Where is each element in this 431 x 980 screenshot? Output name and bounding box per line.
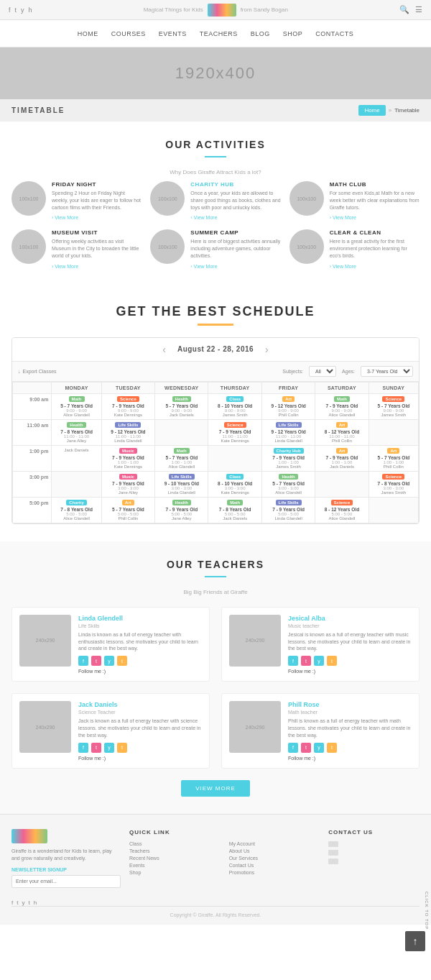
- breadcrumb-home[interactable]: Home: [358, 105, 385, 116]
- table-cell[interactable]: Math5 - 7 Years Old1:00 - 1:00Alice Glan…: [155, 445, 208, 471]
- fb-icon[interactable]: f: [9, 6, 11, 14]
- next-week-arrow[interactable]: ›: [265, 344, 269, 355]
- table-cell[interactable]: Life Skills7 - 9 Years Old5:00 - 5:00Lin…: [261, 497, 315, 523]
- teacher-tw-icon[interactable]: t: [301, 656, 311, 666]
- teacher-fb-icon[interactable]: f: [288, 743, 298, 753]
- teacher-follow-link[interactable]: Follow me :): [288, 756, 412, 761]
- footer-link[interactable]: Recent News: [129, 856, 221, 861]
- table-cell[interactable]: Jack Daniels: [52, 445, 101, 471]
- table-cell[interactable]: Art8 - 12 Years Old11:00 - 11:00Phill Co…: [315, 419, 369, 445]
- teacher-fb-icon[interactable]: f: [78, 743, 88, 753]
- table-cell[interactable]: Science5 - 7 Years Old9:00 - 9:00James S…: [369, 393, 418, 419]
- teacher-tw-icon[interactable]: t: [91, 743, 101, 753]
- teacher-li-icon[interactable]: t: [117, 743, 127, 753]
- nav-events[interactable]: Events: [159, 30, 187, 37]
- subjects-select[interactable]: All: [309, 366, 336, 377]
- table-cell[interactable]: Art7 - 9 Years Old1:00 - 1:00Jack Daniel…: [315, 445, 369, 471]
- tw-icon[interactable]: t: [15, 6, 17, 14]
- teacher-tw-icon[interactable]: t: [91, 656, 101, 666]
- footer-yt-icon[interactable]: y: [22, 899, 24, 906]
- footer-link[interactable]: Contact Us: [229, 863, 320, 868]
- teacher-gp-icon[interactable]: y: [104, 743, 114, 753]
- menu-icon[interactable]: ☰: [415, 5, 422, 14]
- table-cell[interactable]: [369, 419, 418, 445]
- footer-gp-icon[interactable]: t: [28, 899, 29, 906]
- prev-week-arrow[interactable]: ‹: [162, 344, 166, 355]
- view-more-button[interactable]: VIEW MORE: [181, 780, 250, 797]
- table-cell[interactable]: Class8 - 10 Years Old3:00 - 3:00Kate Den…: [208, 471, 261, 497]
- table-cell[interactable]: [369, 497, 418, 523]
- table-cell[interactable]: Health5 - 7 Years Old3:00 - 3:00Alice Gl…: [261, 471, 315, 497]
- teacher-fb-icon[interactable]: f: [78, 656, 88, 666]
- table-cell[interactable]: Life Skills9 - 10 Years Old3:00 - 3:00Li…: [155, 471, 208, 497]
- teacher-gp-icon[interactable]: y: [314, 743, 324, 753]
- footer-tw-icon[interactable]: t: [17, 899, 18, 906]
- table-cell[interactable]: Health5 - 7 Years Old9:00 - 9:00Jack Dan…: [155, 393, 208, 419]
- table-cell[interactable]: [315, 471, 369, 497]
- table-cell[interactable]: Math7 - 9 Years Old9:00 - 9:00Alice Glan…: [315, 393, 369, 419]
- table-cell[interactable]: Science7 - 9 Years Old11:00 - 11:00Kate …: [208, 419, 261, 445]
- table-cell[interactable]: Life Skills9 - 12 Years Old11:00 - 11:00…: [101, 419, 154, 445]
- export-classes-button[interactable]: ↓ Export Classes: [18, 369, 57, 374]
- table-cell[interactable]: Charity Hub7 - 9 Years Old1:00 - 1:00Jam…: [261, 445, 315, 471]
- table-cell[interactable]: Health7 - 8 Years Old11:00 - 11:00Jane A…: [52, 419, 101, 445]
- table-cell[interactable]: Art5 - 7 Years Old5:00 - 5:00Phill Colli…: [101, 497, 154, 523]
- teacher-follow-link[interactable]: Follow me :): [288, 669, 412, 674]
- table-cell[interactable]: Life Skills9 - 12 Years Old11:00 - 11:00…: [261, 419, 315, 445]
- search-icon[interactable]: 🔍: [399, 5, 409, 14]
- ages-select[interactable]: 3-7 Years Old: [361, 366, 413, 377]
- class-badge: Life Skills: [115, 422, 141, 428]
- teacher-tw-icon[interactable]: t: [301, 743, 311, 753]
- activities-subtitle: Why Does Giraffe Attract Kids a lot?: [11, 169, 420, 175]
- footer-link[interactable]: About Us: [229, 848, 320, 853]
- gp-icon[interactable]: h: [29, 6, 32, 14]
- teacher-gp-icon[interactable]: y: [104, 656, 114, 666]
- teacher-li-icon[interactable]: t: [327, 656, 337, 666]
- nav-shop[interactable]: Shop: [283, 30, 303, 37]
- table-cell[interactable]: Science7 - 8 Years Old3:00 - 3:00James S…: [369, 471, 418, 497]
- nav-contacts[interactable]: Contacts: [315, 30, 353, 37]
- nav-teachers[interactable]: Teachers: [200, 30, 238, 37]
- footer-link[interactable]: Events: [129, 863, 221, 868]
- view-more-link[interactable]: › View More: [190, 215, 217, 220]
- footer-link[interactable]: Class: [129, 841, 221, 846]
- teacher-fb-icon[interactable]: f: [288, 656, 298, 666]
- teacher-role: Math teacher: [288, 710, 412, 715]
- nav-courses[interactable]: Courses: [111, 30, 146, 37]
- teacher-li-icon[interactable]: t: [327, 743, 337, 753]
- view-more-link[interactable]: › View More: [52, 215, 78, 220]
- newsletter-input[interactable]: [11, 875, 121, 888]
- table-cell[interactable]: Music7 - 9 Years Old3:00 - 3:00Jane Alle…: [101, 471, 154, 497]
- footer-li-icon[interactable]: h: [34, 899, 37, 906]
- table-cell[interactable]: Health7 - 9 Years Old5:00 - 5:00Jane All…: [155, 497, 208, 523]
- view-more-link[interactable]: › View More: [330, 264, 356, 269]
- table-cell[interactable]: [155, 419, 208, 445]
- table-cell[interactable]: Art9 - 12 Years Old9:00 - 9:00Phill Coll…: [261, 393, 315, 419]
- yt-icon[interactable]: y: [21, 6, 24, 14]
- footer-link[interactable]: Our Services: [229, 856, 320, 861]
- table-cell[interactable]: Charity7 - 8 Years Old5:00 - 5:00Alice G…: [52, 497, 101, 523]
- nav-home[interactable]: Home: [78, 30, 98, 37]
- footer-link[interactable]: Shop: [129, 870, 221, 875]
- view-more-link[interactable]: › View More: [190, 264, 217, 269]
- footer-link[interactable]: Promotions: [229, 870, 320, 875]
- nav-blog[interactable]: Blog: [251, 30, 270, 37]
- view-more-link[interactable]: › View More: [52, 264, 78, 269]
- footer-link[interactable]: Teachers: [129, 848, 221, 853]
- footer-fb-icon[interactable]: f: [11, 899, 13, 906]
- teacher-li-icon[interactable]: t: [117, 656, 127, 666]
- table-cell[interactable]: Math5 - 7 Years Old9:00 - 9:00Alice Glan…: [52, 393, 101, 419]
- table-cell[interactable]: [52, 471, 101, 497]
- table-cell[interactable]: Science7 - 9 Years Old9:00 - 9:00Kate De…: [101, 393, 154, 419]
- view-more-link[interactable]: › View More: [330, 215, 356, 220]
- footer-link[interactable]: My Account: [229, 841, 320, 846]
- table-cell[interactable]: Science8 - 12 Years Old5:00 - 5:00Alice …: [315, 497, 369, 523]
- table-cell[interactable]: Art5 - 7 Years Old1:00 - 1:00Phill Colli…: [369, 445, 418, 471]
- teacher-gp-icon[interactable]: y: [314, 656, 324, 666]
- teacher-follow-link[interactable]: Follow me :): [78, 669, 202, 674]
- teacher-follow-link[interactable]: Follow me :): [78, 756, 202, 761]
- table-cell[interactable]: [208, 445, 261, 471]
- table-cell[interactable]: Class8 - 10 Years Old9:00 - 9:00James Sm…: [208, 393, 261, 419]
- table-cell[interactable]: Music7 - 9 Years Old1:00 - 1:00Kate Denn…: [101, 445, 154, 471]
- table-cell[interactable]: Math7 - 8 Years Old5:00 - 5:00Jack Danie…: [208, 497, 261, 523]
